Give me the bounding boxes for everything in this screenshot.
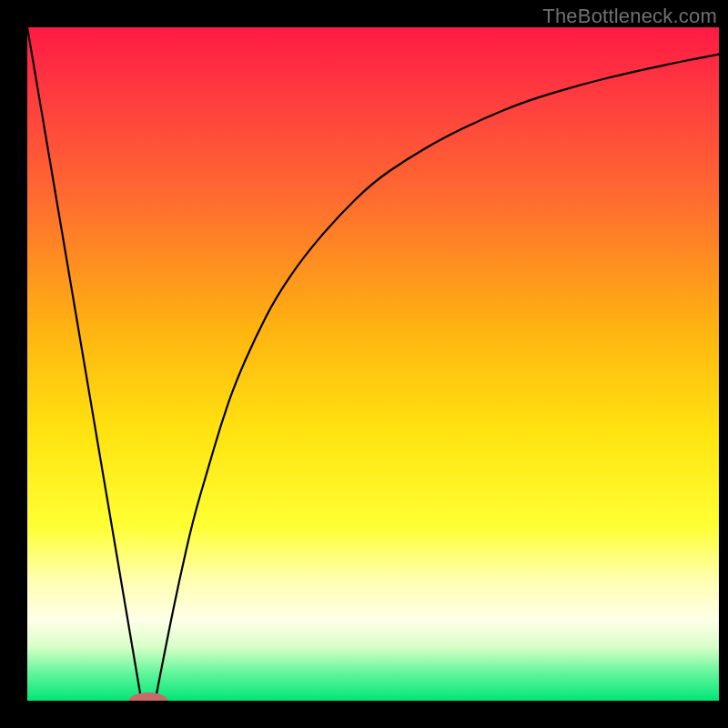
watermark-text: TheBottleneck.com xyxy=(542,5,717,28)
chart-plot xyxy=(27,27,719,701)
chart-frame: TheBottleneck.com xyxy=(0,0,728,728)
plot-background xyxy=(27,27,719,701)
